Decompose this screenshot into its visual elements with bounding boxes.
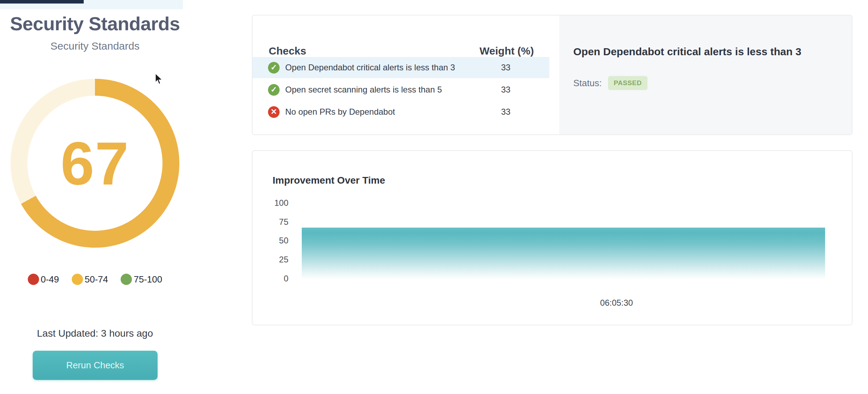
score-gauge: 67 <box>11 79 179 248</box>
weight-column-header: Weight (%) <box>449 45 534 57</box>
y-axis-tick-75: 75 <box>253 217 288 227</box>
check-weight: 33 <box>478 107 534 117</box>
score-area-band <box>302 228 825 280</box>
y-axis-tick-0: 0 <box>253 274 288 284</box>
security-standards-dashboard: Security Standards Security Standards 67… <box>0 0 868 394</box>
check-detail-title: Open Dependabot critical alerts is less … <box>573 46 802 58</box>
legend-label: 50-74 <box>85 274 108 285</box>
legend-label: 0-49 <box>41 274 59 285</box>
legend-item-low: 0-49 <box>28 274 59 285</box>
status-passed-badge: PASSED <box>608 76 647 90</box>
last-updated-text: Last Updated: 3 hours ago <box>0 328 190 339</box>
chart-title: Improvement Over Time <box>273 175 385 186</box>
status-label: Status: <box>573 78 602 89</box>
page-title: Security Standards <box>0 13 190 34</box>
check-weight: 33 <box>478 85 534 95</box>
score-summary-panel: Security Standards Security Standards 67… <box>0 0 190 394</box>
page-subtitle: Security Standards <box>0 40 190 52</box>
score-gauge-hole: 67 <box>27 96 162 231</box>
improvement-chart-card: Improvement Over Time 100 75 50 25 0 06:… <box>252 150 853 325</box>
mouse-cursor-icon <box>155 73 164 85</box>
check-row-dependabot-critical[interactable]: ✓ Open Dependabot critical alerts is les… <box>253 57 549 78</box>
score-value: 67 <box>60 128 129 198</box>
legend-red-dot-icon <box>28 274 39 285</box>
rerun-checks-button[interactable]: Rerun Checks <box>33 351 158 380</box>
legend-label: 75-100 <box>134 274 162 285</box>
checks-column-header: Checks <box>269 45 306 57</box>
check-weight: 33 <box>478 63 534 72</box>
check-circle-icon: ✓ <box>268 62 280 74</box>
check-row-open-prs[interactable]: ✕ No open PRs by Dependabot 33 <box>253 101 549 122</box>
check-label: No open PRs by Dependabot <box>285 107 395 117</box>
y-axis-tick-100: 100 <box>253 198 288 208</box>
y-axis-tick-25: 25 <box>253 255 288 265</box>
check-label: Open secret scanning alerts is less than… <box>285 85 442 95</box>
legend-yellow-dot-icon <box>72 274 83 285</box>
check-detail-panel: Open Dependabot critical alerts is less … <box>559 15 853 135</box>
check-circle-icon: ✓ <box>268 84 280 96</box>
legend-item-medium: 50-74 <box>72 274 108 285</box>
check-label: Open Dependabot critical alerts is less … <box>285 63 455 72</box>
score-legend: 0-49 50-74 75-100 <box>0 274 190 285</box>
legend-green-dot-icon <box>121 274 132 285</box>
y-axis-tick-50: 50 <box>253 236 288 246</box>
status-row: Status: PASSED <box>573 76 647 90</box>
checks-card: Checks Weight (%) ✓ Open Dependabot crit… <box>252 15 853 135</box>
x-axis-tick-time: 06:05:30 <box>581 298 652 308</box>
x-circle-icon: ✕ <box>268 106 280 118</box>
check-row-secret-scanning[interactable]: ✓ Open secret scanning alerts is less th… <box>253 79 549 100</box>
legend-item-high: 75-100 <box>121 274 162 285</box>
